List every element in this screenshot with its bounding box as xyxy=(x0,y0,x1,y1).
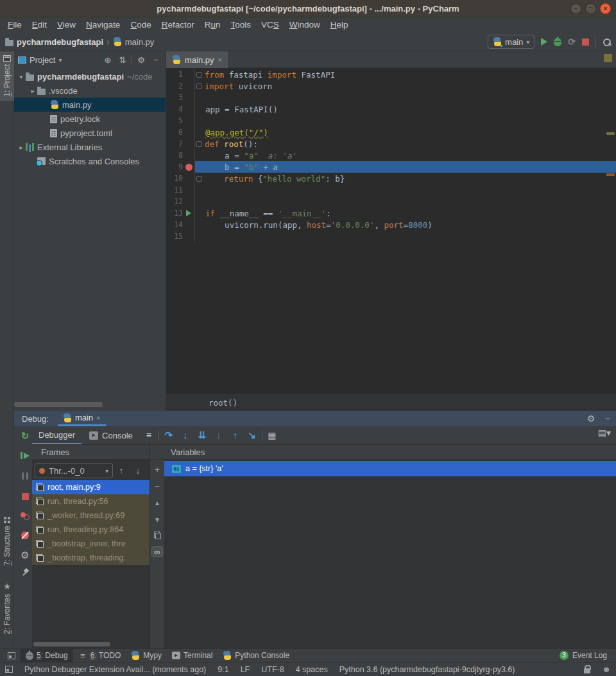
code-line-6[interactable]: 6@app.get("/") xyxy=(166,126,616,138)
fold-marker-icon[interactable] xyxy=(196,72,202,78)
previous-frame-icon[interactable]: ↑ xyxy=(113,465,130,476)
minimize-button[interactable]: − xyxy=(570,3,581,14)
code-line-13[interactable]: 13if __name__ == '__main__': xyxy=(166,207,616,219)
gutter[interactable]: 8 xyxy=(166,150,194,161)
status-item-1[interactable]: 9:1 xyxy=(218,665,228,674)
code-line-3[interactable]: 3 xyxy=(166,92,616,103)
thread-dropdown[interactable]: Thr...-0_0 ▾ xyxy=(35,463,113,478)
pin-icon[interactable] xyxy=(18,569,32,576)
debug-session-tab[interactable]: main × xyxy=(58,411,106,426)
tab-console[interactable]: ▸ Console xyxy=(83,426,139,444)
gutter[interactable]: 10 xyxy=(166,173,194,184)
tool-window-tab-6-todo[interactable]: ≡6: TODO xyxy=(73,649,126,663)
search-icon[interactable] xyxy=(603,38,611,46)
status-item-5[interactable]: Python 3.6 (pycharmdebugfastapi-9cdjtyrg… xyxy=(339,665,515,674)
chevron-down-icon[interactable]: ▾ xyxy=(58,56,62,64)
project-scrollbar[interactable] xyxy=(14,402,103,407)
collapse-all-icon[interactable]: ⇅ xyxy=(117,55,128,65)
gutter[interactable]: 3 xyxy=(166,92,194,103)
menu-refactor[interactable]: Refactor xyxy=(157,17,200,33)
code-line-5[interactable]: 5 xyxy=(166,115,616,126)
variable-row[interactable]: 01a = {str} 'a' xyxy=(164,461,616,476)
code-line-12[interactable]: 12 xyxy=(166,196,616,207)
stop-icon[interactable] xyxy=(18,493,32,500)
frame-row[interactable]: _worker, thread.py:69 xyxy=(32,508,150,523)
breadcrumb-function[interactable]: root() xyxy=(209,398,237,408)
debug-settings-gear-icon[interactable]: ⚙ xyxy=(18,550,32,561)
gutter[interactable]: 6 xyxy=(166,126,194,138)
code-line-4[interactable]: 4app = FastAPI() xyxy=(166,103,616,115)
frame-row[interactable]: root, main.py:9 xyxy=(32,480,150,494)
code-line-8[interactable]: 8 a = "a" a: 'a' xyxy=(166,150,616,161)
layout-options-icon[interactable]: ≡ xyxy=(141,430,157,440)
run-button[interactable] xyxy=(541,38,547,46)
fold-marker-icon[interactable] xyxy=(196,141,202,147)
code-line-11[interactable]: 11 xyxy=(166,184,616,196)
inspection-status-indicator[interactable] xyxy=(604,54,612,62)
gutter[interactable]: 7 xyxy=(166,138,194,150)
menu-tools[interactable]: Tools xyxy=(225,17,256,33)
evaluate-expression-icon[interactable]: ▦ xyxy=(264,430,280,440)
tool-window-tab-python-console[interactable]: Python Console xyxy=(218,649,295,663)
lock-icon[interactable] xyxy=(584,668,590,673)
step-into-icon[interactable]: ↓ xyxy=(177,429,194,441)
debug-button[interactable] xyxy=(554,38,561,46)
code-line-15[interactable]: 15 xyxy=(166,230,616,242)
menu-view[interactable]: View xyxy=(52,17,81,33)
gutter[interactable]: 9 xyxy=(166,161,194,173)
gutter[interactable]: 5 xyxy=(166,115,194,126)
show-watches-icon[interactable]: ∞ xyxy=(151,546,163,557)
pause-icon[interactable] xyxy=(18,472,32,480)
tree-row-poetry-lock[interactable]: poetry.lock xyxy=(14,112,166,126)
fold-marker-icon[interactable] xyxy=(196,83,202,89)
step-out-icon[interactable]: ↑ xyxy=(227,429,244,441)
gutter[interactable]: 2 xyxy=(166,80,194,92)
expand-arrow-icon[interactable]: ▾ xyxy=(17,73,26,80)
tool-window-toggle-icon[interactable] xyxy=(5,666,13,673)
code-line-9[interactable]: 9 b = "b" + a xyxy=(166,161,616,173)
view-breakpoints-icon[interactable] xyxy=(18,512,32,520)
frame-row[interactable]: run, threading.py:864 xyxy=(32,523,150,537)
menu-window[interactable]: Window xyxy=(284,17,325,33)
frames-scrollbar[interactable] xyxy=(33,642,110,646)
tree-row-external-libraries[interactable]: ▸External Libraries xyxy=(14,140,166,154)
tree-row-main-py[interactable]: main.py xyxy=(14,98,166,112)
editor-tab-mainpy[interactable]: main.py × xyxy=(166,51,228,68)
close-session-icon[interactable]: × xyxy=(96,414,100,422)
event-log-button[interactable]: 3 Event Log xyxy=(560,651,616,660)
gutter[interactable]: 1 xyxy=(166,69,194,80)
run-to-cursor-icon[interactable]: ↘ xyxy=(244,429,261,441)
gear-icon[interactable]: ⚙ xyxy=(135,55,147,65)
next-frame-icon[interactable]: ↓ xyxy=(130,465,146,476)
restore-layout-icon[interactable]: ▤▾ xyxy=(598,428,611,438)
breadcrumb-project[interactable]: pycharmdebugfastapi xyxy=(17,37,103,47)
fold-marker-icon[interactable] xyxy=(196,176,202,182)
step-over-icon[interactable]: ↷ xyxy=(160,429,177,441)
tool-window-toggle-icon[interactable] xyxy=(8,652,15,659)
expand-arrow-icon[interactable]: ▸ xyxy=(28,87,37,94)
code-line-2[interactable]: 2import uvicorn xyxy=(166,80,616,92)
menu-navigate[interactable]: Navigate xyxy=(81,17,125,33)
variables-panel[interactable]: 01a = {str} 'a' xyxy=(164,460,616,648)
status-item-3[interactable]: UTF-8 xyxy=(261,665,284,674)
profiler-button[interactable]: ⟳ xyxy=(568,37,576,47)
run-arrow-icon[interactable] xyxy=(183,207,194,219)
project-panel-title[interactable]: Project xyxy=(30,55,55,65)
hide-panel-icon[interactable]: − xyxy=(150,55,162,65)
warning-stripe-mark[interactable] xyxy=(606,132,615,135)
breadcrumb-file[interactable]: main.py xyxy=(125,37,155,47)
code-line-10[interactable]: 10 return {"hello world": b} xyxy=(166,173,616,184)
maximize-button[interactable]: □ xyxy=(585,3,596,14)
tree-row-pycharmdebugfastapi[interactable]: ▾pycharmdebugfastapi~/code xyxy=(14,69,166,83)
frame-row[interactable]: _bootstrap_inner, thre xyxy=(32,537,150,551)
hide-panel-icon[interactable]: − xyxy=(599,413,616,424)
gutter[interactable]: 4 xyxy=(166,103,194,115)
breakpoint-stripe-mark[interactable] xyxy=(606,173,615,176)
gutter[interactable]: 11 xyxy=(166,184,194,196)
frame-row[interactable]: run, thread.py:56 xyxy=(32,494,150,508)
frame-row[interactable]: _bootstrap, threading. xyxy=(32,551,150,565)
gear-icon[interactable]: ⚙ xyxy=(583,413,599,424)
menu-edit[interactable]: Edit xyxy=(27,17,52,33)
move-up-icon[interactable]: ▲ xyxy=(154,498,160,508)
menu-code[interactable]: Code xyxy=(125,17,156,33)
